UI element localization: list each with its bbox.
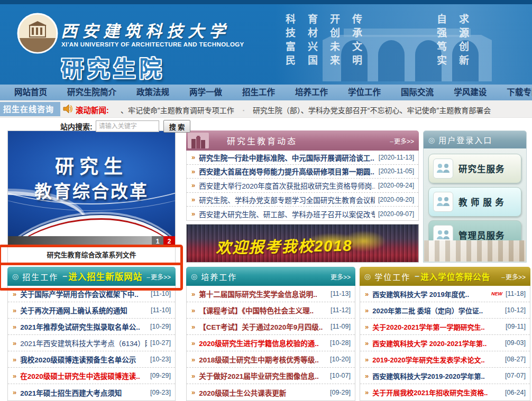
university-logo <box>17 13 58 54</box>
news-link[interactable]: 关于做好2021届毕业研究生图像信息.. <box>199 370 327 381</box>
calligraphy-watermarks: 科技富民育材兴国开创未来传承文明自强笃实求源创新 <box>283 14 528 81</box>
news-link[interactable]: 第十二届国际研究生奖学金信息说明.. <box>199 288 327 299</box>
news-row: » 2020级研究生进行学籍信息校验的通.. [10-28] <box>187 335 355 351</box>
bullet-icon: » <box>13 356 16 363</box>
user-login-panel: ◎ 用户登录入口 研究生服务 教 师 服 务 <box>423 130 527 263</box>
news-link[interactable]: 西安建大研究生院、研工部、学科办班子召开以案促改专题.. <box>199 209 375 219</box>
bullet-icon: » <box>191 372 195 379</box>
admission-consult-float[interactable]: 招生在线咨询 <box>0 102 60 116</box>
news-link[interactable]: 2020级硕士生公共课表更新 <box>199 387 327 398</box>
slider-page-button[interactable]: 1 <box>152 236 163 247</box>
banner-slider[interactable]: 研究生 教育综合改革 12 <box>7 130 176 247</box>
news-link[interactable]: 2021年硕士招生西建大考点须知 <box>20 387 147 398</box>
degree-defense-notice-link[interactable]: 进入学位答辩公告 <box>420 271 490 282</box>
university-name-cn: 西安建筑科技大学 <box>61 18 230 42</box>
nav-item[interactable]: 培养工作 <box>285 85 338 100</box>
bullet-icon: » <box>365 356 369 363</box>
news-date: [08-27] <box>505 356 526 363</box>
news-link[interactable]: 【CET考试】关于通过2020年9月四级.. <box>199 321 327 332</box>
news-date: [11-12] <box>331 306 351 314</box>
news-row: » 西安建大研究生院、研工部、学科办班子召开以案促改专题.. [2020-09-… <box>187 207 418 221</box>
nav-item[interactable]: 两学一做 <box>179 85 232 100</box>
login-service-button[interactable]: 教 师 服 务 <box>428 187 521 217</box>
panel-title: 培养工作 <box>201 271 237 282</box>
building-photo-faded <box>424 240 526 262</box>
news-link[interactable]: 我校2020级硕博连读预备生名单公示 <box>20 354 147 365</box>
slider-page-button[interactable]: 2 <box>163 236 175 247</box>
search-input[interactable] <box>96 120 159 132</box>
news-link[interactable]: 西安建筑科技大学 2020-2021学年第.. <box>372 338 502 348</box>
admissions-list: » 关于国际产学研用合作会议框架下中.. [11-10] » 关于再次开通网上确… <box>7 286 176 401</box>
slide-title-line1: 研究生 <box>8 151 175 179</box>
news-date: [11-18] <box>506 290 526 297</box>
news-link[interactable]: 关于2020-2021学年第一学期研究生.. <box>372 322 502 332</box>
nav-item[interactable]: 招生工作 <box>232 85 285 100</box>
news-date: [11-13] <box>331 290 351 297</box>
news-row: » 关于开展我校2021年招收研究生资格.. [06-24] <box>360 384 530 400</box>
slider-caption[interactable]: 研究生教育综合改革系列文件 <box>7 247 176 263</box>
news-date: [2020-09-24] <box>378 182 414 189</box>
news-date: [11-09] <box>331 323 351 330</box>
news-link[interactable]: 在2020级硕士研究生中选拔硕博连读.. <box>20 370 147 381</box>
news-date: [11-10] <box>151 306 171 314</box>
ticker-news-link[interactable]: 研究生院（部）、学科办党支部召开“不忘初心、牢记使命”主题教育部署会 <box>234 105 491 115</box>
circle-icon: ◎ <box>191 272 197 281</box>
news-date: [06-24] <box>505 389 526 396</box>
more-link[interactable]: 更多>> <box>331 272 351 281</box>
site-title: 研究生院 <box>61 51 165 83</box>
news-link[interactable]: 研究生院一行赴中建标准院、中元国际开展调研洽谈工.. <box>199 152 375 163</box>
news-link[interactable]: 2020年第二批 委培（定向）学位证.. <box>372 305 502 315</box>
news-link[interactable]: 西安建大举行2020年度首次获批招收研究生资格导师岗.. <box>199 180 375 191</box>
news-date: [10-12] <box>505 306 526 314</box>
news-row: » 研究生院、学科办党支部专题学习全国研究生教育会议精神 [2020-09-20… <box>187 193 418 207</box>
watermark-text: 求源创新 <box>456 14 471 69</box>
news-link[interactable]: 西安建筑科技大学2019-2020学年第.. <box>372 371 502 381</box>
ticker-news-link[interactable]: 、牢记使命”主题教育调研专项工作 <box>121 105 234 115</box>
search-button[interactable]: 搜 索 <box>163 120 191 133</box>
news-link[interactable]: 【课程考试】《中国特色社会主义理.. <box>199 305 327 315</box>
edu-news-list: » 研究生院一行赴中建标准院、中元国际开展调研洽谈工.. [2020-11-13… <box>186 151 419 221</box>
news-link[interactable]: 2018级硕士研究生中期考核优秀等级.. <box>199 354 327 365</box>
welcome-banner[interactable]: 欢迎报考我校2018 <box>186 224 419 263</box>
nav-item[interactable]: 政策法规 <box>126 85 179 100</box>
watermark-text: 育材兴国 <box>305 14 319 69</box>
nav-item[interactable]: 研究生院简介 <box>57 85 126 100</box>
bullet-icon: » <box>365 389 369 396</box>
nav-item[interactable]: 学风建设 <box>444 85 497 100</box>
news-link[interactable]: 研究生院、学科办党支部专题学习全国研究生教育会议精神 <box>199 194 375 205</box>
speaker-icon <box>62 104 73 114</box>
nav-item[interactable]: 国际交流 <box>391 85 444 100</box>
news-link[interactable]: 关于国际产学研用合作会议框架下中.. <box>20 288 148 299</box>
slide-title-line2: 教育综合改革 <box>8 178 175 203</box>
welcome-banner-text: 欢迎报考我校2018 <box>216 233 353 258</box>
news-row: » 西安建筑科技大学2019-2020学年第.. [07-07] <box>360 368 530 384</box>
admissions-new-site-link[interactable]: 进入招生新版网站 <box>68 270 142 283</box>
news-link[interactable]: 2021年西安建筑科技大学考点（6134）网.. <box>20 338 147 348</box>
slider-pagination: 12 <box>8 236 175 247</box>
bullet-icon: » <box>191 210 195 217</box>
news-date: [09-03] <box>505 339 526 347</box>
news-row: » 关于国际产学研用合作会议框架下中.. [11-10] <box>8 286 175 302</box>
news-date: [11-10] <box>151 290 171 297</box>
nav-item[interactable]: 学位工作 <box>338 85 391 100</box>
news-link[interactable]: 关于再次开通网上确认系统的通知 <box>20 305 148 315</box>
login-service-button[interactable]: 研究生服务 <box>428 154 521 183</box>
news-link[interactable]: 西安建筑科技大学 2019年度优.. <box>372 289 489 299</box>
news-row: » 关于再次开通网上确认系统的通知 [11-10] <box>8 302 175 319</box>
bullet-icon: » <box>365 323 369 330</box>
news-link[interactable]: 2019-2020学年研究生发表学术论文.. <box>372 355 502 365</box>
nav-item[interactable]: 网站首页 <box>4 85 57 100</box>
more-link[interactable]: –更多>> <box>146 272 171 281</box>
news-link[interactable]: 2020级研究生进行学籍信息校验的通.. <box>199 338 327 348</box>
more-link[interactable]: –更多>> <box>501 272 526 281</box>
site-header: 科技富民育材兴国开创未来传承文明自强笃实求源创新 西安建筑科技大学 XI'AN … <box>0 4 532 85</box>
news-row: » 关于做好2021届毕业研究生图像信息.. [10-07] <box>187 368 355 384</box>
news-row: » 【CET考试】关于通过2020年9月四级.. [11-09] <box>187 319 355 335</box>
news-link[interactable]: 西安建大首届在岗导师能力提升高级研修项目第一期圆.. <box>199 166 375 176</box>
news-link[interactable]: 关于开展我校2021年招收研究生资格.. <box>372 387 502 397</box>
news-link[interactable]: 2021年推荐免试研究生拟录取名单公.. <box>20 321 147 332</box>
more-link[interactable]: –更多>> <box>390 136 414 145</box>
nav-item[interactable]: 下载专区 <box>497 85 532 100</box>
panel-title: 研究生教育动态 <box>227 134 297 147</box>
news-row: » 在2020级硕士研究生中选拔硕博连读.. [09-29] <box>8 368 175 384</box>
